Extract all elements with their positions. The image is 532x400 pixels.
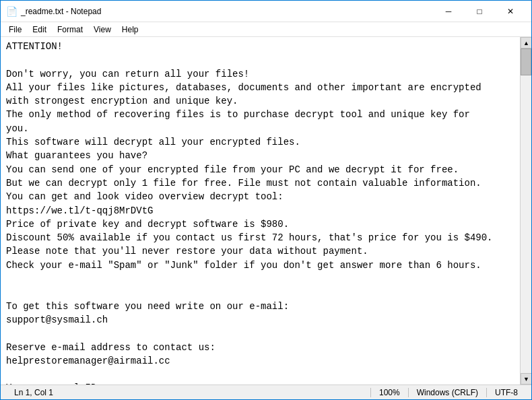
status-line-ending: Windows (CRLF) bbox=[409, 388, 487, 397]
scroll-down-button[interactable]: ▼ bbox=[521, 373, 531, 385]
menu-format[interactable]: Format bbox=[52, 24, 88, 36]
scrollbar-track[interactable] bbox=[521, 48, 531, 373]
status-zoom: 100% bbox=[371, 388, 409, 397]
menu-edit[interactable]: Edit bbox=[27, 24, 52, 36]
menu-view[interactable]: View bbox=[88, 24, 117, 36]
menu-help[interactable]: Help bbox=[117, 24, 144, 36]
menu-bar: File Edit Format View Help bbox=[1, 22, 531, 37]
title-bar-buttons: ─ □ ✕ bbox=[433, 1, 526, 22]
minimize-button[interactable]: ─ bbox=[433, 1, 464, 22]
scrollbar-thumb[interactable] bbox=[521, 48, 531, 75]
maximize-button[interactable]: □ bbox=[464, 1, 495, 22]
status-encoding: UTF-8 bbox=[487, 388, 526, 397]
text-editor[interactable]: ATTENTION! Don't worry, you can return a… bbox=[1, 37, 520, 385]
status-position: Ln 1, Col 1 bbox=[6, 388, 371, 397]
status-bar: Ln 1, Col 1 100% Windows (CRLF) UTF-8 bbox=[1, 385, 531, 399]
content-area: ATTENTION! Don't worry, you can return a… bbox=[1, 37, 531, 385]
close-button[interactable]: ✕ bbox=[495, 1, 526, 22]
app-icon: 📄 bbox=[6, 6, 17, 17]
notepad-window: 📄 _readme.txt - Notepad ─ □ ✕ File Edit … bbox=[0, 0, 532, 400]
vertical-scrollbar[interactable]: ▲ ▼ bbox=[520, 37, 531, 385]
scroll-up-button[interactable]: ▲ bbox=[521, 37, 531, 48]
title-bar: 📄 _readme.txt - Notepad ─ □ ✕ bbox=[1, 1, 531, 22]
menu-file[interactable]: File bbox=[3, 24, 27, 36]
title-text: _readme.txt - Notepad bbox=[21, 7, 433, 16]
